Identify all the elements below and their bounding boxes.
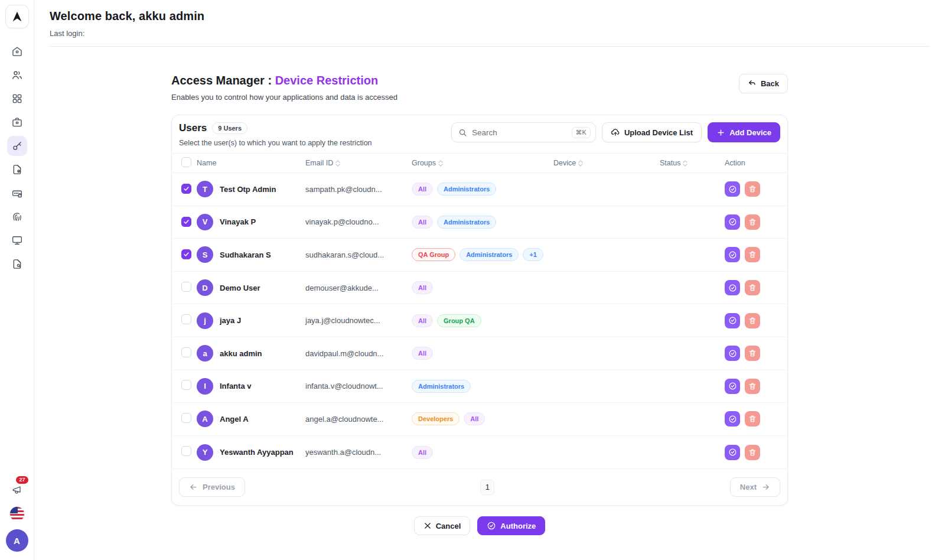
file-settings-icon[interactable] (7, 159, 27, 180)
search-input[interactable] (472, 128, 567, 137)
column-header-email-id[interactable]: Email ID (305, 159, 412, 167)
row-checkbox[interactable] (181, 413, 191, 423)
trash-icon (748, 317, 757, 325)
column-header-action: Action (725, 159, 778, 167)
row-checkbox[interactable] (181, 249, 191, 259)
previous-page-button[interactable]: Previous (179, 477, 245, 497)
sidebar-nav (7, 41, 27, 274)
row-actions (725, 280, 778, 295)
main-area: Welcome back, akku admin Last login: Acc… (34, 0, 945, 560)
home-icon[interactable] (7, 41, 27, 61)
user-groups: Administrators (412, 380, 553, 393)
row-authorize-button[interactable] (725, 280, 740, 295)
user-avatar: I (197, 378, 213, 395)
row-actions (725, 214, 778, 230)
row-checkbox[interactable] (181, 347, 191, 357)
select-all-checkbox[interactable] (181, 157, 191, 167)
column-header-groups[interactable]: Groups (412, 159, 553, 167)
users-card: Users 9 Users Select the user(s) to whic… (171, 115, 788, 506)
user-name: jaya J (220, 316, 241, 325)
row-actions (725, 379, 778, 394)
fingerprint-icon[interactable] (7, 207, 27, 227)
row-authorize-button[interactable] (725, 214, 740, 230)
table-row: YYeswanth Ayyappanyeswanth.a@cloudn...Al… (172, 436, 787, 469)
sort-icon[interactable] (438, 160, 443, 167)
trash-icon (748, 284, 757, 292)
page-title-highlight: Device Restriction (275, 74, 379, 87)
search-shortcut: ⌘K (572, 127, 591, 138)
apps-grid-icon[interactable] (7, 89, 27, 109)
table-row: SSudhakaran Ssudhakaran.s@cloud...QA Gro… (172, 239, 787, 272)
group-badge: All (464, 412, 485, 425)
profile-avatar[interactable]: A (6, 529, 28, 552)
row-checkbox[interactable] (181, 217, 191, 227)
arrow-left-icon (189, 483, 198, 491)
row-checkbox[interactable] (181, 380, 191, 390)
user-name: Infanta v (220, 382, 251, 390)
group-badge: +1 (523, 248, 543, 261)
back-button[interactable]: Back (739, 74, 788, 93)
sort-icon[interactable] (578, 160, 583, 167)
cancel-button[interactable]: Cancel (414, 516, 471, 535)
user-groups: AllGroup QA (412, 314, 553, 327)
next-page-button[interactable]: Next (730, 477, 780, 497)
user-groups: QA GroupAdministrators+1 (412, 248, 553, 261)
header-divider (50, 46, 930, 47)
row-checkbox[interactable] (181, 184, 191, 194)
table-row: jjaya Jjaya.j@cloudnowtec...AllGroup QA (172, 304, 787, 337)
sort-icon[interactable] (335, 160, 340, 167)
akku-logo-icon (11, 10, 24, 23)
user-avatar: V (197, 214, 213, 230)
device-monitor-icon[interactable] (7, 230, 27, 250)
sort-icon[interactable] (683, 160, 687, 167)
trash-icon (748, 415, 757, 423)
user-avatar: Y (197, 444, 213, 461)
row-delete-button[interactable] (745, 346, 760, 361)
row-authorize-button[interactable] (725, 313, 740, 328)
check-circle-icon (728, 316, 737, 325)
search-box[interactable]: ⌘K (451, 122, 596, 142)
user-email: infanta.v@cloudnowt... (305, 382, 412, 390)
row-authorize-button[interactable] (725, 181, 740, 197)
row-delete-button[interactable] (745, 411, 760, 426)
add-device-button[interactable]: Add Device (708, 122, 780, 142)
row-authorize-button[interactable] (725, 411, 740, 426)
column-header-device[interactable]: Device (553, 159, 660, 167)
briefcase-icon[interactable] (7, 112, 27, 132)
row-authorize-button[interactable] (725, 445, 740, 460)
authorize-button[interactable]: Authorize (477, 516, 545, 535)
upload-device-list-button[interactable]: Upload Device List (602, 122, 702, 142)
row-authorize-button[interactable] (725, 379, 740, 394)
akku-logo[interactable] (5, 5, 29, 28)
row-authorize-button[interactable] (725, 346, 740, 361)
user-avatar: T (197, 181, 213, 197)
row-checkbox[interactable] (181, 314, 191, 324)
current-page-number[interactable]: 1 (480, 480, 494, 495)
arrow-right-icon (761, 483, 770, 491)
row-delete-button[interactable] (745, 313, 760, 328)
row-checkbox[interactable] (181, 282, 191, 292)
row-actions (725, 181, 778, 197)
cloud-upload-icon (611, 128, 620, 137)
user-name: Test Otp Admin (220, 185, 276, 194)
search-icon (458, 128, 467, 137)
column-header-status[interactable]: Status (660, 159, 725, 167)
row-authorize-button[interactable] (725, 247, 740, 262)
table-row: IInfanta vinfanta.v@cloudnowt...Administ… (172, 370, 787, 403)
password-manager-icon[interactable] (7, 183, 27, 203)
audit-log-icon[interactable] (7, 254, 27, 274)
row-delete-button[interactable] (745, 445, 760, 460)
user-avatar: A (197, 411, 213, 427)
user-groups: All (412, 281, 553, 294)
users-icon[interactable] (7, 65, 27, 85)
access-manager-key-icon[interactable] (7, 136, 27, 156)
row-actions (725, 346, 778, 361)
row-delete-button[interactable] (745, 214, 760, 230)
language-flag-icon[interactable] (10, 507, 24, 521)
row-delete-button[interactable] (745, 379, 760, 394)
row-delete-button[interactable] (745, 247, 760, 262)
row-delete-button[interactable] (745, 280, 760, 295)
row-checkbox[interactable] (181, 446, 191, 456)
row-delete-button[interactable] (745, 181, 760, 197)
announcement-icon[interactable]: 27 (8, 481, 26, 499)
